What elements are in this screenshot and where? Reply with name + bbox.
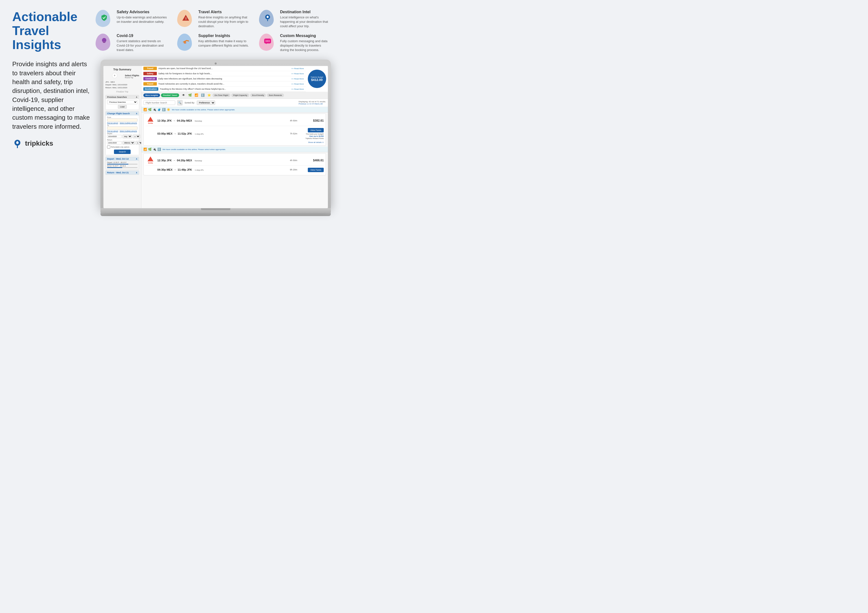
read-more-4[interactable]: >> Read More [291, 88, 304, 90]
flight-search-btn[interactable]: 🔍 [177, 100, 183, 106]
finalize-trip-link[interactable]: Finalize Trip [105, 90, 139, 93]
headline: Actionable Travel Insights [12, 10, 86, 52]
alert-text-4: Traveling to the Mexico City office? Che… [160, 88, 290, 90]
tripkicks-logo-icon [12, 138, 23, 149]
find-airport-link-2[interactable]: Find an airport [107, 130, 118, 132]
return-time-select[interactable]: Afternoo [122, 141, 135, 145]
depart-slider-fill [107, 164, 129, 165]
depart-filter-section: Depart - Wed, Oct 14 ∧ Depart: 12:00 P -… [105, 157, 139, 169]
search-flights-btn[interactable]: Search [114, 150, 131, 154]
svg-point-11 [266, 40, 267, 42]
from-airport-input[interactable] [107, 118, 138, 122]
feature-covid19: Covid-19 Current statistics and trends o… [96, 34, 167, 53]
change-flight-header: Change Flight Search ∧ [105, 112, 139, 115]
depart-slider[interactable] [107, 164, 138, 165]
depart-pm-select[interactable]: ± 3 [133, 135, 140, 138]
tab-flexible-save[interactable]: Flexible? Save! [161, 93, 179, 97]
refundable-row: Refundable only options [107, 146, 138, 149]
load-search-btn[interactable]: Load [118, 105, 127, 109]
sidebar: Trip Summary + Select Flights Round Trip [104, 66, 141, 208]
alert-text-3: Travel Advisories are currently in place… [158, 83, 290, 85]
description-text: Provide insights and alerts to travelers… [12, 60, 91, 131]
flight-number-search-input[interactable] [143, 101, 175, 105]
tab-on-time-flight[interactable]: On-Time Flight [212, 93, 230, 97]
tab-earn-rewards[interactable]: Earn Rewards [267, 93, 284, 97]
select-flights-label: Select Flights Round Trip [125, 74, 139, 78]
return-times-2: 04:30p MEX → 11:48p JFK [157, 168, 193, 171]
depart-date-input[interactable] [107, 135, 122, 138]
select-flights-btn[interactable]: + [112, 73, 117, 78]
refundable-checkbox[interactable] [107, 146, 110, 149]
read-more-0[interactable]: >> Read More [291, 67, 304, 70]
laptop-wrap: Trip Summary + Select Flights Round Trip [101, 60, 331, 216]
select-multiple-link[interactable]: Select multiple airports [119, 122, 137, 124]
shield-icon [101, 14, 108, 23]
return-filter-section: Return - Wed, Oct 21 ∧ [105, 171, 139, 175]
flights-area: 📶 🌿 🔌 🧳 ℹ️ ☀️ We have credits available … [141, 107, 328, 208]
pagination-links[interactable]: Previous 1 2 3 4 5 Next | All [299, 103, 322, 105]
feature-text-covid: Covid-19 Current statistics and trends o… [117, 34, 167, 53]
logo-area: tripkicks [12, 138, 91, 149]
read-more-2[interactable]: >> Read More [291, 78, 304, 80]
plane-luggage-icon [181, 38, 190, 47]
to-label: To [107, 124, 138, 126]
select-multiple-link-2[interactable]: Select multiple airports [119, 130, 137, 132]
alert-text-1: Safety risk for foreigners in Mexico due… [158, 72, 290, 75]
custom-messaging-icon-wrap [259, 34, 276, 51]
to-airport-input[interactable] [107, 127, 138, 130]
flight-price-2: $466.61 [299, 159, 324, 162]
feature-custom-messaging: Custom Messaging Fully custom messaging … [259, 34, 331, 53]
feature-text-travel: Travel Alerts Real-time insights on anyt… [198, 10, 249, 29]
flight-action-area-2: View Fares [299, 167, 324, 172]
depart-filter-header: Depart - Wed, Oct 14 ∧ [105, 157, 139, 161]
alert-row-4: Destination Traveling to the Mexico City… [141, 87, 306, 92]
budget-label: Tripkicks Budget [310, 76, 323, 78]
sort-preference-select[interactable]: Preference [197, 101, 215, 105]
outbound-stops-2: Nonstop [195, 160, 202, 162]
arrive-slider[interactable] [107, 167, 138, 168]
change-flight-body: From Find an airport Select multiple air… [105, 115, 139, 155]
find-airport-link[interactable]: Find an airport [107, 122, 118, 124]
show-details-1[interactable]: Show all details ∨ [146, 141, 324, 143]
outbound-times-2: 12:30p JFK → 04:20p MEX [157, 159, 193, 162]
flight-row-return-2: 04:30p MEX → 11:48p JFK 1 stop ATL 9h 20… [146, 166, 324, 173]
destination-intel-icon-wrap [259, 10, 276, 27]
credit-bar-2: 📶 🌿 🔌 ℹ️ We have credits available on th… [141, 147, 328, 152]
depart-time-select[interactable]: Any [122, 135, 132, 138]
chat-bubble-icon [264, 38, 271, 47]
return-duration-2: 9h 20m [285, 168, 297, 171]
credit-icons-2: 📶 🌿 🔌 ℹ️ [143, 147, 161, 151]
delta-triangle-icon [147, 117, 153, 122]
leaf-icon: 🌿 [188, 93, 192, 98]
flight-card-1: Delta 12:30p JFK → 04:20p MEX Nonstop [143, 113, 326, 146]
return-pm-select[interactable]: ± 3 [135, 141, 141, 145]
logo-text: tripkicks [25, 140, 53, 147]
svg-rect-6 [103, 41, 105, 42]
tab-more-insights[interactable]: More Insights [143, 93, 160, 97]
feature-safety-advisories: Safety Advisories Up-to-date warnings an… [96, 10, 167, 29]
previous-searches-select[interactable]: Previous Searches [107, 100, 138, 104]
results-info: Displaying: 42 out of 71 results. Previo… [299, 101, 326, 105]
depart-date-row: Any ± 3 [107, 135, 138, 138]
return-date-input[interactable] [107, 141, 122, 144]
svg-point-13 [268, 40, 270, 42]
flight-outbound-detail-2: 12:30p JFK → 04:20p MEX Nonstop [157, 159, 283, 162]
read-more-1[interactable]: >> Read More [291, 73, 304, 75]
flight-card-2: Delta 12:30p JFK → 04:20p MEX Nonstop [143, 153, 326, 175]
tab-flight-capacity[interactable]: Flight Capacity [231, 93, 249, 97]
tab-eco-friendly[interactable]: Eco-Friendly [250, 93, 266, 97]
alert-text-2: Daily new infections are significant, bu… [158, 78, 290, 80]
info-indicator-icon: ℹ️ [162, 108, 166, 111]
alert-row-0: Travel Airports are open, but travel thr… [141, 66, 306, 71]
read-more-3[interactable]: >> Read More [291, 83, 304, 85]
location-icon [264, 14, 271, 23]
view-fares-btn-1[interactable]: View Fares [308, 128, 324, 132]
view-fares-btn-2[interactable]: View Fares [308, 168, 324, 172]
alert-row-2: Covid-19 Daily new infections are signif… [141, 76, 306, 81]
return-stops-1: 1 stop ATL [195, 133, 204, 135]
alert-text-0: Airports are open, but travel through th… [158, 67, 290, 70]
sidebar-trip-summary: Trip Summary [105, 68, 139, 71]
budget-badge: Tripkicks Budget $412.00 [308, 70, 326, 88]
previous-searches-body: Previous Searches Load [105, 99, 139, 110]
wifi-indicator-icon-2: 📶 [143, 147, 147, 151]
